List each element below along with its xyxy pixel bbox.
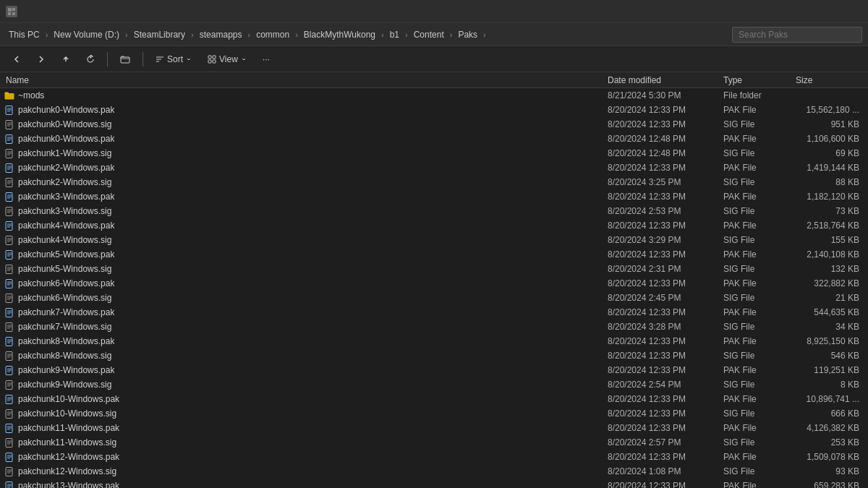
table-row[interactable]: pakchunk3-Windows.sig 8/20/2024 2:53 PM … — [0, 204, 868, 218]
file-size: 69 KB — [793, 148, 865, 158]
table-row[interactable]: pakchunk5-Windows.pak 8/20/2024 12:33 PM… — [0, 247, 868, 262]
file-size: 119,251 KB — [793, 365, 865, 375]
table-row[interactable]: ~mods 8/21/2024 5:30 PM File folder — [0, 88, 868, 103]
table-row[interactable]: pakchunk2-Windows.sig 8/20/2024 3:25 PM … — [0, 175, 868, 189]
file-name-cell: pakchunk11-Windows.sig — [3, 437, 605, 448]
table-row[interactable]: pakchunk0-Windows.sig 8/20/2024 12:33 PM… — [0, 117, 868, 132]
breadcrumb-sep-0: › — [44, 30, 50, 39]
nav-back-button[interactable] — [6, 50, 27, 69]
file-name-cell: pakchunk2-Windows.sig — [3, 177, 605, 187]
table-row[interactable]: pakchunk8-Windows.pak 8/20/2024 12:33 PM… — [0, 334, 868, 348]
toolbar-separator-1 — [107, 52, 108, 67]
col-header-type[interactable]: Type — [720, 75, 793, 85]
file-name-text: pakchunk5-Windows.sig — [18, 264, 111, 274]
table-row[interactable]: pakchunk1-Windows.sig 8/20/2024 12:48 PM… — [0, 146, 868, 160]
nav-forward-button[interactable] — [30, 50, 52, 69]
breadcrumb-b1[interactable]: b1 — [387, 28, 402, 41]
sig-file-icon — [4, 177, 14, 187]
file-date: 8/20/2024 12:33 PM — [605, 278, 720, 288]
table-row[interactable]: pakchunk12-Windows.pak 8/20/2024 12:33 P… — [0, 450, 868, 464]
table-row[interactable]: pakchunk4-Windows.sig 8/20/2024 3:29 PM … — [0, 233, 868, 247]
breadcrumb-this-pc[interactable]: This PC — [6, 28, 43, 41]
table-row[interactable]: pakchunk13-Windows.pak 8/20/2024 12:33 P… — [0, 479, 868, 488]
file-date: 8/20/2024 12:48 PM — [605, 148, 720, 158]
sig-file-icon — [4, 408, 14, 419]
file-size: 15,562,180 ... — [793, 105, 865, 115]
table-row[interactable]: pakchunk9-Windows.pak 8/20/2024 12:33 PM… — [0, 363, 868, 377]
col-header-date[interactable]: Date modified — [605, 75, 720, 85]
svg-rect-33 — [6, 178, 12, 187]
file-name-text: pakchunk13-Windows.pak — [18, 481, 119, 488]
file-date: 8/20/2024 12:33 PM — [605, 163, 720, 173]
file-size: 8,925,150 KB — [793, 336, 865, 346]
table-row[interactable]: pakchunk5-Windows.sig 8/20/2024 2:31 PM … — [0, 262, 868, 276]
file-name-cell: pakchunk13-Windows.pak — [3, 481, 605, 488]
table-row[interactable]: pakchunk7-Windows.pak 8/20/2024 12:33 PM… — [0, 305, 868, 320]
table-row[interactable]: pakchunk11-Windows.sig 8/20/2024 2:57 PM… — [0, 435, 868, 450]
svg-rect-97 — [6, 409, 12, 418]
file-list[interactable]: ~mods 8/21/2024 5:30 PM File folder pakc… — [0, 88, 868, 488]
breadcrumb-steamapps[interactable]: steamapps — [197, 28, 245, 41]
view-button[interactable]: View — [201, 50, 253, 69]
file-date: 8/20/2024 3:29 PM — [605, 235, 720, 245]
svg-rect-113 — [6, 467, 12, 476]
file-name-cell: pakchunk8-Windows.sig — [3, 351, 605, 361]
title-bar-left — [6, 6, 17, 17]
column-headers: Name Date modified Type Size — [0, 72, 868, 88]
file-date: 8/20/2024 12:33 PM — [605, 394, 720, 404]
table-row[interactable]: pakchunk4-Windows.pak 8/20/2024 12:33 PM… — [0, 218, 868, 233]
table-row[interactable]: pakchunk12-Windows.sig 8/20/2024 1:08 PM… — [0, 464, 868, 479]
breadcrumb-paks[interactable]: Paks — [455, 28, 480, 41]
svg-rect-85 — [6, 366, 12, 374]
table-row[interactable]: pakchunk10-Windows.pak 8/20/2024 12:33 P… — [0, 392, 868, 406]
breadcrumb-sep-5: › — [380, 30, 386, 39]
svg-rect-73 — [6, 322, 12, 331]
table-row[interactable]: pakchunk0-Windows.pak 8/20/2024 12:33 PM… — [0, 103, 868, 117]
table-row[interactable]: pakchunk8-Windows.sig 8/20/2024 12:33 PM… — [0, 348, 868, 363]
breadcrumb-blackmythwukong[interactable]: BlackMythWukong — [301, 28, 378, 41]
new-folder-button[interactable] — [114, 50, 137, 69]
sig-file-icon — [4, 322, 14, 332]
svg-rect-21 — [6, 134, 12, 143]
table-row[interactable]: pakchunk3-Windows.pak 8/20/2024 12:33 PM… — [0, 189, 868, 204]
table-row[interactable]: pakchunk6-Windows.pak 8/20/2024 12:33 PM… — [0, 276, 868, 291]
breadcrumb-sep-2: › — [190, 30, 195, 39]
table-row[interactable]: pakchunk0-Windows.pak 8/20/2024 12:48 PM… — [0, 132, 868, 146]
svg-rect-57 — [6, 265, 12, 273]
file-size: 322,882 KB — [793, 278, 865, 288]
table-row[interactable]: pakchunk11-Windows.pak 8/20/2024 12:33 P… — [0, 421, 868, 435]
file-type: PAK File — [720, 105, 793, 115]
nav-up-button[interactable] — [55, 50, 77, 69]
more-label: ··· — [263, 54, 270, 64]
file-type: SIG File — [720, 264, 793, 274]
table-row[interactable]: pakchunk9-Windows.sig 8/20/2024 2:54 PM … — [0, 377, 868, 392]
file-type: SIG File — [720, 119, 793, 129]
sort-button[interactable]: Sort — [149, 50, 198, 69]
col-header-size[interactable]: Size — [793, 75, 865, 85]
file-name-cell: pakchunk9-Windows.sig — [3, 380, 605, 390]
table-row[interactable]: pakchunk6-Windows.sig 8/20/2024 2:45 PM … — [0, 291, 868, 305]
file-size: 132 KB — [793, 264, 865, 274]
table-row[interactable]: pakchunk10-Windows.sig 8/20/2024 12:33 P… — [0, 406, 868, 421]
table-row[interactable]: pakchunk2-Windows.pak 8/20/2024 12:33 PM… — [0, 160, 868, 175]
svg-rect-13 — [6, 106, 12, 114]
file-date: 8/20/2024 12:33 PM — [605, 105, 720, 115]
file-name-text: pakchunk10-Windows.sig — [18, 408, 116, 419]
svg-rect-89 — [6, 380, 12, 389]
file-date: 8/21/2024 5:30 PM — [605, 90, 720, 100]
breadcrumb-content[interactable]: Content — [411, 28, 447, 41]
breadcrumb-steamlibrary[interactable]: SteamLibrary — [131, 28, 188, 41]
file-name-text: pakchunk12-Windows.pak — [18, 452, 119, 462]
svg-rect-101 — [6, 424, 12, 432]
table-row[interactable]: pakchunk7-Windows.sig 8/20/2024 3:28 PM … — [0, 320, 868, 334]
file-date: 8/20/2024 2:53 PM — [605, 206, 720, 216]
more-button[interactable]: ··· — [256, 50, 276, 69]
file-size: 73 KB — [793, 206, 865, 216]
col-header-name[interactable]: Name — [3, 75, 605, 85]
breadcrumb-new-volume[interactable]: New Volume (D:) — [51, 28, 122, 41]
file-date: 8/20/2024 12:33 PM — [605, 481, 720, 488]
search-input[interactable] — [732, 27, 862, 43]
refresh-button[interactable] — [80, 50, 101, 69]
file-size: 4,126,382 KB — [793, 423, 865, 433]
breadcrumb-common[interactable]: common — [253, 28, 292, 41]
